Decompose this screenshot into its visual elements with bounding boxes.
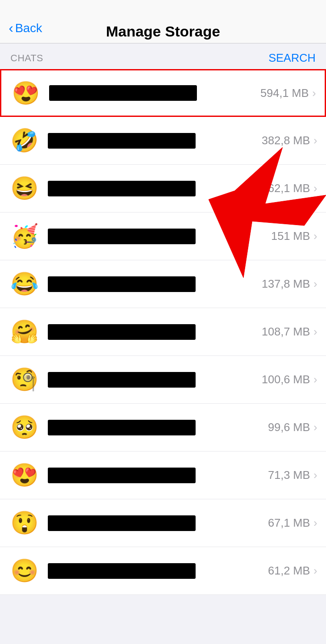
- chat-size: 151 MB: [271, 229, 310, 243]
- chat-size: 61,2 MB: [268, 564, 310, 578]
- chat-right: 137,8 MB ›: [262, 277, 317, 291]
- back-label: Back: [15, 21, 42, 35]
- chat-name-redacted: [48, 181, 196, 196]
- chat-name-redacted: [48, 372, 196, 388]
- chat-list-item[interactable]: 😍 71,3 MB ›: [0, 451, 326, 499]
- chevron-right-icon: ›: [313, 277, 317, 291]
- chevron-right-icon: ›: [313, 421, 317, 434]
- section-header: CHATS SEARCH: [0, 43, 326, 69]
- chat-name-block: [48, 324, 256, 340]
- chat-avatar: 😍: [10, 77, 41, 109]
- chat-right: 100,6 MB ›: [262, 373, 317, 386]
- chat-list-item[interactable]: 🥺 99,6 MB ›: [0, 404, 326, 451]
- chat-name-redacted: [48, 563, 196, 579]
- search-button[interactable]: SEARCH: [269, 51, 316, 65]
- chat-right: 594,1 MB ›: [260, 86, 316, 100]
- chat-size: 67,1 MB: [268, 516, 310, 530]
- chat-list-item[interactable]: 😆 162,1 MB ›: [0, 165, 326, 212]
- navigation-bar: ‹ Back Manage Storage: [0, 0, 326, 43]
- chat-name-redacted: [48, 324, 196, 340]
- chat-name-block: [48, 133, 256, 149]
- chat-size: 137,8 MB: [262, 277, 310, 291]
- chat-right: 99,6 MB ›: [268, 421, 318, 434]
- chat-size: 99,6 MB: [268, 421, 310, 434]
- chat-name-redacted: [48, 515, 196, 531]
- chat-name-block: [48, 181, 256, 196]
- chat-right: 151 MB ›: [271, 229, 317, 243]
- chat-avatar: 🤣: [9, 125, 40, 156]
- chevron-right-icon: ›: [313, 134, 317, 147]
- chevron-left-icon: ‹: [9, 20, 13, 36]
- chat-list-item[interactable]: 🥳 151 MB ›: [0, 212, 326, 260]
- chevron-right-icon: ›: [313, 182, 317, 195]
- chevron-right-icon: ›: [313, 516, 317, 530]
- chat-name-block: [48, 468, 263, 483]
- chat-size: 108,7 MB: [262, 325, 310, 339]
- chevron-right-icon: ›: [312, 86, 316, 100]
- chat-name-redacted: [48, 276, 196, 292]
- chat-name-redacted: [48, 420, 196, 435]
- chevron-right-icon: ›: [313, 373, 317, 386]
- chats-section-label: CHATS: [10, 53, 43, 64]
- page-title: Manage Storage: [106, 23, 220, 40]
- chat-name-redacted: [48, 468, 196, 483]
- chat-avatar: 😊: [9, 555, 40, 587]
- chevron-right-icon: ›: [313, 468, 317, 482]
- chat-avatar: 😆: [9, 173, 40, 204]
- chat-name-block: [48, 515, 263, 531]
- chat-name-redacted: [48, 229, 196, 244]
- chat-name-block: [48, 276, 256, 292]
- chat-list-container: 😍 594,1 MB › 🤣 382,8 MB › 😆 162: [0, 69, 326, 595]
- chat-list-item[interactable]: 🧐 100,6 MB ›: [0, 356, 326, 404]
- chat-avatar: 🥺: [9, 412, 40, 443]
- back-button[interactable]: ‹ Back: [9, 20, 42, 36]
- chat-size: 594,1 MB: [260, 86, 309, 100]
- chat-right: 71,3 MB ›: [268, 468, 318, 482]
- chat-right: 61,2 MB ›: [268, 564, 318, 578]
- chat-list-item[interactable]: 😂 137,8 MB ›: [0, 260, 326, 308]
- chat-avatar: 😍: [9, 460, 40, 491]
- chat-right: 382,8 MB ›: [262, 134, 317, 147]
- chat-name-block: [48, 420, 263, 435]
- chat-avatar: 🤗: [9, 316, 40, 348]
- chat-list-item[interactable]: 😍 594,1 MB ›: [0, 69, 326, 117]
- chevron-right-icon: ›: [313, 325, 317, 339]
- chat-list: 😍 594,1 MB › 🤣 382,8 MB › 😆 162: [0, 69, 326, 595]
- chat-list-item[interactable]: 😲 67,1 MB ›: [0, 499, 326, 547]
- chat-list-item[interactable]: 🤗 108,7 MB ›: [0, 308, 326, 356]
- chat-list-item[interactable]: 🤣 382,8 MB ›: [0, 117, 326, 165]
- chat-name-block: [48, 563, 263, 579]
- chat-avatar: 🥳: [9, 221, 40, 252]
- chat-name-redacted: [48, 133, 196, 149]
- chat-size: 100,6 MB: [262, 373, 310, 386]
- chat-size: 162,1 MB: [262, 182, 310, 195]
- chat-size: 382,8 MB: [262, 134, 310, 147]
- chat-name-block: [49, 85, 255, 101]
- chat-avatar: 😂: [9, 269, 40, 300]
- chat-right: 162,1 MB ›: [262, 182, 317, 195]
- chevron-right-icon: ›: [313, 564, 317, 578]
- chat-list-item[interactable]: 😊 61,2 MB ›: [0, 547, 326, 595]
- chat-right: 67,1 MB ›: [268, 516, 318, 530]
- chat-avatar: 🧐: [9, 364, 40, 395]
- chat-name-redacted: [49, 85, 197, 101]
- chevron-right-icon: ›: [313, 229, 317, 243]
- chat-size: 71,3 MB: [268, 468, 310, 482]
- chat-right: 108,7 MB ›: [262, 325, 317, 339]
- chat-name-block: [48, 372, 256, 388]
- chat-name-block: [48, 229, 266, 244]
- chat-avatar: 😲: [9, 508, 40, 539]
